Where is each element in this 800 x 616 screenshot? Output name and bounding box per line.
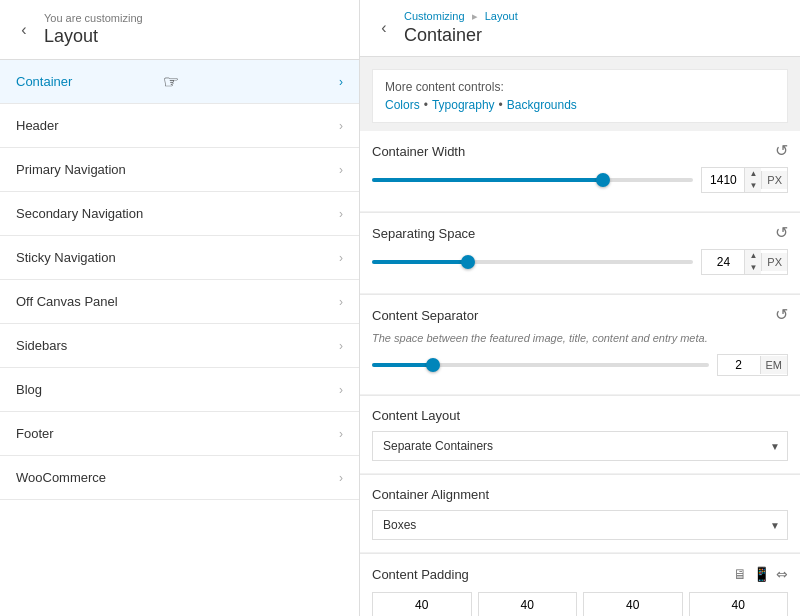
nav-item-header[interactable]: Header ›: [0, 104, 359, 148]
nav-item-woocommerce[interactable]: WooCommerce ›: [0, 456, 359, 500]
container-width-spin-down[interactable]: ▼: [745, 180, 761, 192]
cursor-icon: ☞: [163, 71, 179, 93]
nav-item-primary-nav[interactable]: Primary Navigation ›: [0, 148, 359, 192]
content-separator-track[interactable]: [372, 363, 709, 367]
padding-icons: 🖥 📱 ⇔: [733, 566, 788, 582]
container-width-reset[interactable]: ↺: [775, 143, 788, 159]
nav-item-label-header: Header: [16, 118, 59, 133]
nav-item-footer[interactable]: Footer ›: [0, 412, 359, 456]
padding-mobile-icon[interactable]: 📱: [753, 566, 770, 582]
separating-space-fill: [372, 260, 468, 264]
info-links: Colors • Typography • Backgrounds: [385, 98, 775, 112]
right-back-button[interactable]: ‹: [372, 16, 396, 40]
padding-right-input[interactable]: [478, 592, 578, 616]
nav-item-sticky-nav[interactable]: Sticky Navigation ›: [0, 236, 359, 280]
right-content: More content controls: Colors • Typograp…: [360, 57, 800, 616]
nav-item-label-blog: Blog: [16, 382, 42, 397]
padding-link-icon[interactable]: ⇔: [776, 566, 788, 582]
right-header: ‹ Customizing ▸ Layout Container: [360, 0, 800, 57]
nav-item-label-sidebars: Sidebars: [16, 338, 67, 353]
padding-top-input[interactable]: [372, 592, 472, 616]
nav-item-sidebars[interactable]: Sidebars ›: [0, 324, 359, 368]
breadcrumb-separator: ▸: [472, 10, 478, 22]
customizing-subtitle: You are customizing: [44, 12, 343, 24]
dot2: •: [499, 98, 503, 112]
info-box: More content controls: Colors • Typograp…: [372, 69, 788, 123]
content-separator-thumb[interactable]: [426, 358, 440, 372]
content-separator-section: Content Separator ↺ The space between th…: [360, 295, 800, 394]
left-back-button[interactable]: ‹: [12, 18, 36, 42]
content-padding-label: Content Padding: [372, 567, 469, 582]
content-separator-input[interactable]: [718, 355, 760, 375]
padding-grid: TOP RIGHT BOTTOM LEFT: [372, 592, 788, 616]
content-separator-reset[interactable]: ↺: [775, 307, 788, 323]
container-width-label: Container Width: [372, 144, 465, 159]
padding-bottom-input[interactable]: [583, 592, 683, 616]
nav-item-off-canvas[interactable]: Off Canvas Panel ›: [0, 280, 359, 324]
container-width-thumb[interactable]: [596, 173, 610, 187]
separating-space-spinners: ▲ ▼: [744, 250, 761, 274]
container-width-spin-up[interactable]: ▲: [745, 168, 761, 180]
left-header: ‹ You are customizing Layout: [0, 0, 359, 60]
nav-item-chevron-primary-nav: ›: [339, 163, 343, 177]
dot1: •: [424, 98, 428, 112]
container-width-fill: [372, 178, 603, 182]
right-panel: ‹ Customizing ▸ Layout Container More co…: [360, 0, 800, 616]
nav-item-chevron-sidebars: ›: [339, 339, 343, 353]
separating-space-track[interactable]: [372, 260, 693, 264]
content-padding-section: Content Padding 🖥 📱 ⇔ TOP RIGHT: [360, 554, 800, 616]
separating-space-spin-up[interactable]: ▲: [745, 250, 761, 262]
separating-space-input[interactable]: [702, 252, 744, 272]
typography-link[interactable]: Typography: [432, 98, 495, 112]
container-alignment-label: Container Alignment: [372, 487, 489, 502]
nav-item-chevron-sticky-nav: ›: [339, 251, 343, 265]
container-width-input[interactable]: [702, 170, 744, 190]
content-separator-slider-row: EM: [372, 354, 788, 376]
nav-item-chevron-off-canvas: ›: [339, 295, 343, 309]
container-width-unit: PX: [761, 171, 787, 189]
nav-item-label-woocommerce: WooCommerce: [16, 470, 106, 485]
content-layout-select[interactable]: Separate Containers One Container Full W…: [372, 431, 788, 461]
nav-item-chevron-container: ›: [339, 75, 343, 89]
container-alignment-section: Container Alignment Boxes Full Width Con…: [360, 475, 800, 552]
container-alignment-title: Container Alignment: [372, 487, 788, 502]
nav-item-secondary-nav[interactable]: Secondary Navigation ›: [0, 192, 359, 236]
layout-title: Layout: [44, 26, 343, 47]
nav-item-label-sticky-nav: Sticky Navigation: [16, 250, 116, 265]
separating-space-reset[interactable]: ↺: [775, 225, 788, 241]
padding-left-input[interactable]: [689, 592, 789, 616]
container-alignment-select[interactable]: Boxes Full Width Contained: [372, 510, 788, 540]
container-page-title: Container: [404, 25, 784, 46]
separating-space-thumb[interactable]: [461, 255, 475, 269]
content-layout-title: Content Layout: [372, 408, 788, 423]
nav-item-blog[interactable]: Blog ›: [0, 368, 359, 412]
separating-space-section: Separating Space ↺ ▲ ▼ PX: [360, 213, 800, 293]
breadcrumb-customizing: Customizing: [404, 10, 465, 22]
separating-space-unit: PX: [761, 253, 787, 271]
nav-item-label-footer: Footer: [16, 426, 54, 441]
backgrounds-link[interactable]: Backgrounds: [507, 98, 577, 112]
container-alignment-select-wrapper: Boxes Full Width Contained ▼: [372, 510, 788, 540]
content-separator-fill: [372, 363, 433, 367]
padding-desktop-icon[interactable]: 🖥: [733, 566, 747, 582]
content-separator-input-group: EM: [717, 354, 789, 376]
nav-item-container[interactable]: Container ☞ ›: [0, 60, 359, 104]
colors-link[interactable]: Colors: [385, 98, 420, 112]
container-width-track[interactable]: [372, 178, 693, 182]
container-width-section: Container Width ↺ ▲ ▼ PX: [360, 131, 800, 211]
separating-space-spin-down[interactable]: ▼: [745, 262, 761, 274]
content-separator-label: Content Separator: [372, 308, 478, 323]
content-layout-section: Content Layout Separate Containers One C…: [360, 396, 800, 473]
nav-item-label-container: Container: [16, 74, 72, 89]
container-width-input-group: ▲ ▼ PX: [701, 167, 788, 193]
nav-item-chevron-header: ›: [339, 119, 343, 133]
nav-item-label-secondary-nav: Secondary Navigation: [16, 206, 143, 221]
nav-item-chevron-blog: ›: [339, 383, 343, 397]
separating-space-title-row: Separating Space ↺: [372, 225, 788, 241]
nav-list: Container ☞ › Header › Primary Navigatio…: [0, 60, 359, 616]
content-layout-select-wrapper: Separate Containers One Container Full W…: [372, 431, 788, 461]
container-width-slider-row: ▲ ▼ PX: [372, 167, 788, 193]
left-panel: ‹ You are customizing Layout Container ☞…: [0, 0, 360, 616]
nav-item-chevron-secondary-nav: ›: [339, 207, 343, 221]
padding-bottom-field: BOTTOM: [583, 592, 683, 616]
